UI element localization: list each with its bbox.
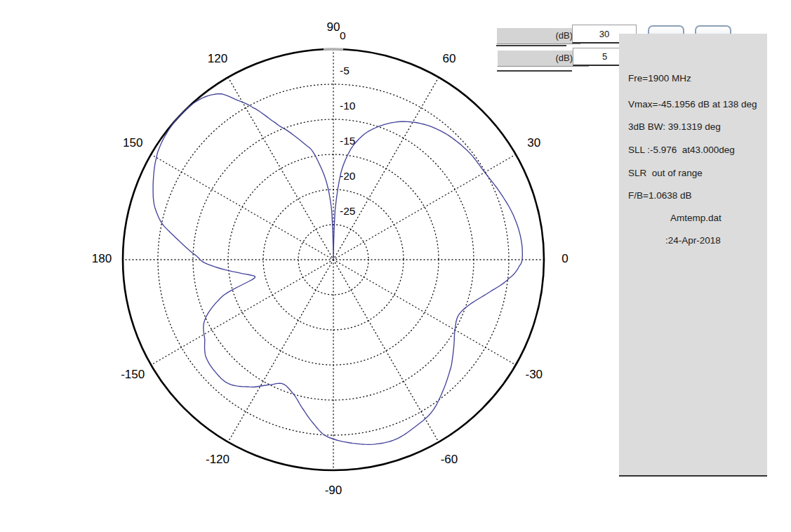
fb-readout: F/B=1.0638 dB: [628, 190, 691, 201]
radial-label--5: -5: [340, 65, 350, 77]
angle-label--120: -120: [206, 453, 230, 466]
slr-readout: SLR out of range: [628, 168, 703, 178]
radial-label-0: 0: [340, 29, 346, 41]
freq-readout: Fre=1900 MHz: [628, 73, 691, 84]
radial-label--25: -25: [340, 205, 355, 217]
radial-label--10: -10: [340, 100, 356, 112]
pattern-curve: [153, 94, 522, 445]
range-db-label: (dB): [496, 27, 580, 44]
sll-readout: SLL :-5.976 at43.000deg: [628, 145, 735, 155]
data-file-name: Amtemp.dat: [670, 213, 722, 223]
angle-label--30: -30: [525, 368, 543, 381]
angle-label-120: 120: [208, 52, 227, 65]
app-window: 0306090120150180-150-120-90-60-300-5-10-…: [0, 0, 791, 532]
data-file-date: :24-Apr-2018: [665, 235, 721, 246]
radial-label--20: -20: [340, 170, 356, 182]
step-row-rule: [497, 70, 572, 72]
vmax-readout: Vmax=-45.1956 dB at 138 deg: [628, 99, 757, 109]
angle-label--60: -60: [441, 453, 458, 466]
angle-label-30: 30: [527, 136, 540, 149]
range-row-rule: [496, 45, 566, 46]
results-panel: Fre=1900 MHz Vmax=-45.1956 dB at 138 deg…: [619, 34, 767, 477]
bw-readout: 3dB BW: 39.1319 deg: [628, 121, 721, 132]
angle-label-150: 150: [123, 136, 142, 149]
angle-label-180: 180: [92, 252, 112, 265]
angle-label-60: 60: [443, 52, 456, 65]
angle-label--150: -150: [121, 368, 145, 381]
radial-label--15: -15: [340, 135, 355, 147]
angle-label-90: 90: [327, 20, 340, 34]
angle-label--90: -90: [325, 484, 343, 497]
angle-label-0: 0: [561, 252, 568, 265]
